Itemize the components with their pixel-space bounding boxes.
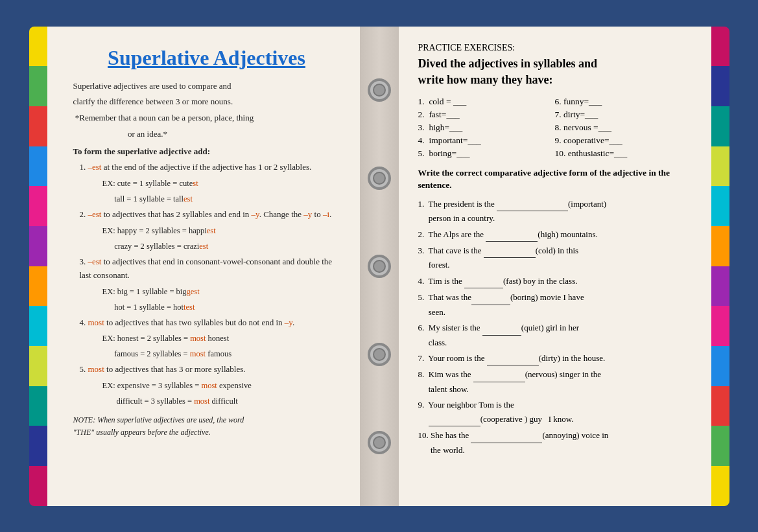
- intro-line-2: clarify the difference between 3 or more…: [73, 95, 340, 109]
- sentence-9: 9. Your neighbor Tom is the (cooperative…: [418, 398, 685, 426]
- sentence-1: 1. The president is the (important) pers…: [418, 197, 685, 226]
- left-tab-7: [29, 266, 47, 306]
- blank-2: [486, 227, 538, 242]
- sentence-7: 7. Your room is the (dirty) in the house…: [418, 351, 685, 365]
- page-title: Superlative Adjectives: [73, 46, 340, 70]
- rule-2-ex2: crazy = 2 syllables = craziest: [102, 240, 340, 253]
- left-tab-4: [29, 146, 47, 187]
- rule-1-ex2: tall = 1 syllable = tallest: [102, 192, 340, 205]
- left-tab-3: [29, 106, 47, 146]
- right-tab-10: [711, 386, 729, 426]
- right-tab-3: [711, 106, 729, 146]
- syllable-5: 5. boring=___: [418, 148, 549, 159]
- right-tab-4: [711, 146, 729, 187]
- left-tab-2: [29, 66, 47, 106]
- sentence-5: 5. That was the (boring) movie I have se…: [418, 290, 685, 319]
- rule-2-text: 2. –est to adjectives that has 2 syllabl…: [80, 208, 340, 222]
- syllable-1: 1. cold = ___: [418, 96, 549, 108]
- blank-9: [429, 412, 480, 426]
- ring-3: [368, 255, 391, 278]
- right-tab-12: [711, 466, 729, 506]
- blank-5: [471, 290, 510, 305]
- sentence-3: 3. That cave is the (cold) in this fores…: [418, 244, 685, 272]
- rule-2-ex1: EX: happy = 2 syllables = happiest: [102, 224, 340, 237]
- syllable-2: 2. fast=___: [418, 109, 549, 121]
- intro-line-3: *Remember that a noun can be a person, p…: [73, 111, 340, 125]
- sentence-6: 6. My sister is the (quiet) girl in her …: [418, 321, 685, 349]
- rule-4-text: 4. most to adjectives that has two sylla…: [80, 316, 340, 330]
- blank-3: [484, 244, 536, 258]
- rule-5: 5. most to adjectives that has 3 or more…: [80, 363, 340, 408]
- rule-5-text: 5. most to adjectives that has 3 or more…: [80, 363, 340, 376]
- right-page: PRACTICE EXERCISES: Dived the adjectives…: [399, 27, 711, 506]
- section2-title: Write the correct comparative adjective …: [418, 167, 685, 192]
- blank-6: [482, 321, 521, 335]
- left-tab-5: [29, 186, 47, 226]
- blank-1: [497, 197, 568, 211]
- left-tab-11: [29, 426, 47, 466]
- blank-8: [473, 367, 525, 382]
- rule-4: 4. most to adjectives that has two sylla…: [80, 316, 340, 361]
- rule-3: 3. –est to adjectives that end in conson…: [80, 255, 340, 314]
- rule-3-text: 3. –est to adjectives that end in conson…: [80, 255, 340, 283]
- right-tab-6: [711, 226, 729, 266]
- right-tabs: [711, 27, 729, 506]
- syllable-4: 4. important=___: [418, 135, 549, 146]
- intro-line-1: Superlative adjectives are used to compa…: [73, 80, 340, 93]
- syllable-3: 3. high=___: [418, 122, 549, 133]
- blank-7: [487, 351, 539, 365]
- rule-1-text: 1. –est at the end of the adjective if t…: [80, 161, 340, 174]
- left-tab-1: [29, 27, 47, 67]
- rule-3-ex1: EX: big = 1 syllable = biggest: [102, 285, 340, 298]
- section1-title: Dived the adjectives in syllables andwri…: [418, 56, 685, 88]
- left-content: Superlative adjectives are used to compa…: [73, 80, 340, 439]
- rule-header: To form the superlative adjective add:: [73, 145, 340, 159]
- rule-1: 1. –est at the end of the adjective if t…: [80, 161, 340, 205]
- right-tab-7: [711, 266, 729, 306]
- right-tab-5: [711, 186, 729, 226]
- rule-2: 2. –est to adjectives that has 2 syllabl…: [80, 208, 340, 253]
- syllable-7: 7. dirty=___: [555, 109, 685, 121]
- rule-3-ex2: hot = 1 syllable = hottest: [102, 301, 340, 314]
- sentence-8: 8. Kim was the (nervous) singer in the t…: [418, 367, 685, 396]
- rule-4-ex1: EX: honest = 2 syllables = most honest: [102, 332, 340, 345]
- practice-header: PRACTICE EXERCISES:: [418, 43, 685, 53]
- book-spine: [360, 27, 399, 506]
- left-page: Superlative Adjectives Superlative adjec…: [47, 27, 360, 506]
- book-container: Superlative Adjectives Superlative adjec…: [29, 27, 729, 506]
- ring-4: [368, 343, 391, 366]
- ring-1: [368, 78, 391, 102]
- rule-4-ex2: famous = 2 syllables = most famous: [102, 347, 340, 360]
- note-text: NOTE: When superlative adjectives are us…: [73, 414, 340, 439]
- ring-5: [368, 431, 391, 454]
- right-tab-1: [711, 27, 729, 67]
- syllable-8: 8. nervous =___: [555, 122, 685, 133]
- blank-10: [471, 428, 542, 443]
- syllable-grid: 1. cold = ___ 6. funny=___ 2. fast=___ 7…: [418, 96, 685, 159]
- right-tab-9: [711, 346, 729, 386]
- left-tab-8: [29, 306, 47, 346]
- left-tab-9: [29, 346, 47, 386]
- sentence-list: 1. The president is the (important) pers…: [418, 197, 685, 457]
- right-tab-8: [711, 306, 729, 346]
- left-tab-6: [29, 226, 47, 266]
- syllable-9: 9. cooperative=___: [555, 135, 685, 146]
- sentence-10: 10. She has the (annoying) voice in the …: [418, 428, 685, 457]
- rule-1-ex1: EX: cute = 1 syllable = cutest: [102, 177, 340, 190]
- sentence-2: 2. The Alps are the (high) mountains.: [418, 227, 685, 242]
- left-tab-12: [29, 466, 47, 506]
- right-tab-11: [711, 426, 729, 466]
- blank-4: [464, 274, 503, 288]
- intro-line-4: or an idea.*: [73, 128, 340, 141]
- left-tabs: [29, 27, 47, 506]
- right-tab-2: [711, 66, 729, 106]
- sentence-4: 4. Tim is the (fast) boy in the class.: [418, 274, 685, 288]
- ring-2: [368, 167, 391, 190]
- left-tab-10: [29, 386, 47, 426]
- rule-5-ex1: EX: expensive = 3 syllables = most expen…: [102, 379, 340, 392]
- rule-5-ex2: difficult = 3 syllables = most difficult: [102, 395, 340, 408]
- syllable-6: 6. funny=___: [555, 96, 685, 108]
- syllable-10: 10. enthusiastic=___: [555, 148, 685, 159]
